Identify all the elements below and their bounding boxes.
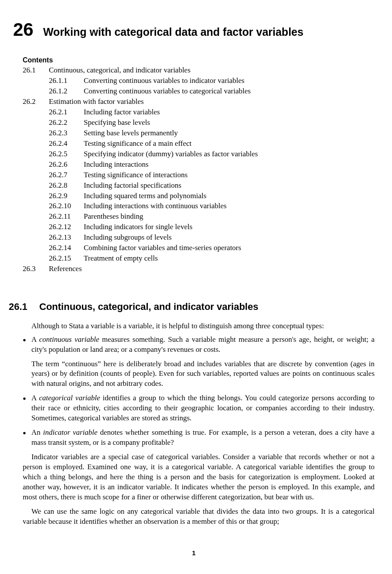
toc-entry[interactable]: 26.2.3Setting base levels permanently [23,128,375,138]
toc-entry[interactable]: 26.1.2Converting continuous variables to… [23,86,375,96]
table-of-contents: 26.1Continuous, categorical, and indicat… [23,65,375,274]
toc-entry-number: 26.2.14 [49,243,84,253]
toc-entry[interactable]: 26.2.5Specifying indicator (dummy) varia… [23,149,375,159]
toc-entry-number: 26.2.5 [49,149,84,159]
toc-entry[interactable]: 26.2.9Including squared terms and polyno… [23,191,375,201]
toc-entry-text: Converting continuous variables to indic… [84,76,375,86]
toc-entry[interactable]: 26.2.13Including subgroups of levels [23,233,375,243]
toc-entry-number: 26.2.13 [49,233,84,243]
toc-entry-text: Including factor variables [84,107,375,117]
toc-entry[interactable]: 26.2.15Treatment of empty cells [23,254,375,264]
toc-entry-text: Specifying base levels [84,118,375,128]
toc-entry-text: Testing significance of a main effect [84,139,375,149]
list-item-content: An indicator variable denotes whether so… [31,428,375,448]
toc-entry-text: Including factorial specifications [84,181,375,191]
toc-entry-text: References [49,264,375,274]
list-item-content: A categorical variable identifies a grou… [31,393,375,423]
toc-entry[interactable]: 26.2.1Including factor variables [23,107,375,117]
toc-entry-text: Including interactions [84,160,375,170]
toc-entry[interactable]: 26.2.8Including factorial specifications [23,181,375,191]
toc-entry-text: Including indicators for single levels [84,222,375,232]
chapter-title: Working with categorical data and factor… [43,25,303,40]
toc-entry-text: Treatment of empty cells [84,254,375,264]
bullet-icon: ● [23,335,31,389]
toc-entry[interactable]: 26.2.12Including indicators for single l… [23,222,375,232]
body-paragraph: We can use the same logic on any categor… [23,507,375,527]
toc-entry-number: 26.2.11 [49,212,84,222]
toc-entry-number: 26.1.1 [49,76,84,86]
toc-entry-number: 26.2.10 [49,201,84,211]
section-number: 26.1 [9,300,39,313]
list-item-text: The term “continuous” here is deliberate… [31,359,375,389]
toc-entry-number: 26.2.1 [49,107,84,117]
list-item-text: A categorical variable identifies a grou… [31,393,375,423]
toc-entry-number: 26.3 [23,264,49,274]
intro-paragraph: Although to Stata a variable is a variab… [23,321,375,331]
toc-entry-number: 26.2.9 [49,191,84,201]
list-item: ●An indicator variable denotes whether s… [23,428,375,448]
toc-entry[interactable]: 26.2.7Testing significance of interactio… [23,170,375,180]
bullet-icon: ● [23,428,31,448]
contents-heading: Contents [23,55,375,65]
toc-entry[interactable]: 26.2.11Parentheses binding [23,212,375,222]
toc-entry[interactable]: 26.1.1Converting continuous variables to… [23,76,375,86]
toc-entry-text: Continuous, categorical, and indicator v… [49,65,375,76]
bullet-list: ●A continuous variable measures somethin… [23,335,375,448]
toc-entry-text: Testing significance of interactions [84,170,375,180]
toc-entry-number: 26.2.2 [49,118,84,128]
toc-entry-number: 26.2.4 [49,139,84,149]
body-text: Although to Stata a variable is a variab… [23,321,375,527]
toc-entry-text: Estimation with factor variables [49,97,375,107]
toc-entry-text: Setting base levels permanently [84,128,375,138]
toc-entry-number: 26.2.7 [49,170,84,180]
toc-entry-number: 26.2.6 [49,160,84,170]
toc-entry-text: Including subgroups of levels [84,233,375,243]
toc-entry[interactable]: 26.2.2Specifying base levels [23,118,375,128]
toc-entry-text: Combining factor variables and time-seri… [84,243,375,253]
section-header: 26.1 Continuous, categorical, and indica… [9,300,375,313]
toc-entry-text: Converting continuous variables to categ… [84,86,375,96]
toc-entry[interactable]: 26.2.6Including interactions [23,160,375,170]
chapter-number: 26 [13,17,34,42]
list-item-text: An indicator variable denotes whether so… [31,428,375,448]
toc-entry[interactable]: 26.2.4Testing significance of a main eff… [23,139,375,149]
toc-entry-number: 26.2.8 [49,181,84,191]
list-item: ●A categorical variable identifies a gro… [23,393,375,423]
toc-entry-number: 26.2.3 [49,128,84,138]
toc-entry-number: 26.1 [23,65,49,76]
list-item-content: A continuous variable measures something… [31,335,375,389]
toc-entry[interactable]: 26.3References [23,264,375,274]
toc-entry-number: 26.2.12 [49,222,84,232]
body-paragraph: Indicator variables are a special case o… [23,452,375,502]
toc-entry-text: Including interactions with continuous v… [84,201,375,211]
toc-entry[interactable]: 26.2.10Including interactions with conti… [23,201,375,211]
toc-entry-number: 26.2 [23,97,49,107]
toc-entry[interactable]: 26.2.14Combining factor variables and ti… [23,243,375,253]
page-number: 1 [13,549,375,557]
toc-entry-number: 26.2.15 [49,254,84,264]
list-item-text: A continuous variable measures something… [31,335,375,355]
toc-entry[interactable]: 26.2Estimation with factor variables [23,97,375,107]
toc-entry-text: Specifying indicator (dummy) variables a… [84,149,375,159]
section-title: Continuous, categorical, and indicator v… [39,300,258,313]
bullet-icon: ● [23,393,31,423]
toc-entry[interactable]: 26.1Continuous, categorical, and indicat… [23,65,375,76]
list-item: ●A continuous variable measures somethin… [23,335,375,389]
toc-entry-text: Including squared terms and polynomials [84,191,375,201]
chapter-header: 26 Working with categorical data and fac… [13,17,375,42]
toc-entry-text: Parentheses binding [84,212,375,222]
toc-entry-number: 26.1.2 [49,86,84,96]
contents-block: Contents 26.1Continuous, categorical, an… [23,55,375,274]
